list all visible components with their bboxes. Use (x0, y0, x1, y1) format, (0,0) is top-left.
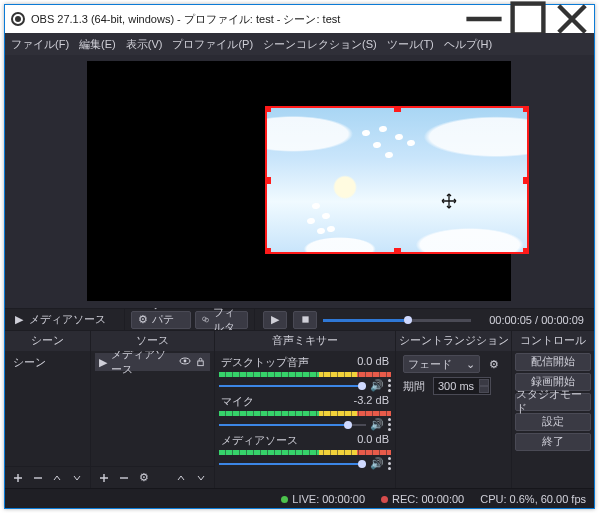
mixer-body: デスクトップ音声0.0 dB 🔊 マイク-3.2 dB 🔊 (215, 351, 395, 488)
scene-up-button[interactable] (48, 469, 68, 487)
menu-tools[interactable]: ツール(T) (387, 37, 434, 52)
start-streaming-button[interactable]: 配信開始 (515, 353, 591, 371)
mixer-channel: マイク-3.2 dB 🔊 (219, 394, 391, 431)
resize-handle-w[interactable] (265, 177, 271, 184)
resize-handle-nw[interactable] (265, 106, 271, 112)
menu-scenecollection[interactable]: シーンコレクション(S) (263, 37, 377, 52)
mixer-channel: メディアソース0.0 dB 🔊 (219, 433, 391, 470)
time-total: 00:00:09 (541, 314, 584, 326)
media-play-button[interactable]: ▶ (263, 311, 287, 329)
resize-handle-se[interactable] (523, 248, 529, 254)
studio-mode-button[interactable]: スタジオモード (515, 393, 591, 411)
controls-panel: コントロール 配信開始 録画開始 スタジオモード 設定 終了 (512, 331, 594, 488)
status-cpu: CPU: 0.6%, 60.00 fps (480, 493, 586, 505)
close-button[interactable] (550, 5, 594, 33)
menu-view[interactable]: 表示(V) (126, 37, 163, 52)
source-item[interactable]: ▶ メディアソース (95, 353, 210, 371)
media-time: 00:00:05 / 00:00:09 (479, 314, 594, 326)
menu-edit[interactable]: 編集(E) (79, 37, 116, 52)
resize-handle-e[interactable] (523, 177, 529, 184)
channel-menu-button[interactable] (388, 418, 391, 431)
play-icon: ▶ (15, 313, 23, 326)
channel-menu-button[interactable] (388, 379, 391, 392)
channel-name: マイク (221, 394, 254, 409)
menu-file[interactable]: ファイル(F) (11, 37, 69, 52)
sources-toolbar: ⚙ (91, 466, 214, 488)
channel-menu-button[interactable] (388, 457, 391, 470)
window-title: OBS 27.1.3 (64-bit, windows) - プロファイル: t… (31, 12, 462, 27)
volume-slider[interactable] (219, 460, 366, 468)
transition-header: シーントランジション (396, 331, 511, 351)
source-settings-button[interactable]: ⚙ (134, 469, 154, 487)
menu-profile[interactable]: プロファイル(P) (172, 37, 253, 52)
gear-icon: ⚙ (138, 313, 148, 326)
selected-source[interactable] (265, 106, 529, 254)
duration-stepper[interactable] (479, 379, 489, 393)
add-scene-button[interactable] (8, 469, 28, 487)
mixer-panel: 音声ミキサー デスクトップ音声0.0 dB 🔊 マイク-3.2 dB (215, 331, 396, 488)
mixer-channel: デスクトップ音声0.0 dB 🔊 (219, 355, 391, 392)
resize-handle-ne[interactable] (523, 106, 529, 112)
play-icon: ▶ (271, 313, 279, 326)
sources-panel: ソース ▶ メディアソース ⚙ (91, 331, 215, 488)
transition-select[interactable]: フェード ⌄ (403, 355, 480, 373)
svg-point-2 (205, 318, 209, 322)
scene-item-label: シーン (13, 355, 46, 370)
status-live: LIVE: 00:00:00 (281, 493, 365, 505)
media-stop-button[interactable] (293, 311, 317, 329)
menu-help[interactable]: ヘルプ(H) (444, 37, 492, 52)
scene-down-button[interactable] (67, 469, 87, 487)
speaker-icon[interactable]: 🔊 (370, 457, 384, 470)
volume-slider[interactable] (219, 382, 366, 390)
duration-value: 300 ms (438, 380, 474, 392)
exit-button[interactable]: 終了 (515, 433, 591, 451)
source-item-label: メディアソース (111, 351, 175, 377)
scenes-panel: シーン シーン (5, 331, 91, 488)
source-down-button[interactable] (191, 469, 211, 487)
remove-scene-button[interactable] (28, 469, 48, 487)
channel-name: デスクトップ音声 (221, 355, 309, 370)
speaker-icon[interactable]: 🔊 (370, 418, 384, 431)
level-meter (219, 450, 391, 455)
duration-label: 期間 (403, 379, 429, 394)
add-source-button[interactable] (94, 469, 114, 487)
svg-rect-0 (513, 4, 544, 35)
play-icon: ▶ (99, 356, 107, 369)
speaker-icon[interactable]: 🔊 (370, 379, 384, 392)
svg-point-1 (202, 317, 206, 321)
maximize-button[interactable] (506, 5, 550, 33)
resize-handle-s[interactable] (394, 248, 401, 254)
source-up-button[interactable] (171, 469, 191, 487)
channel-db: 0.0 dB (357, 355, 389, 370)
media-caption: メディアソース (29, 312, 106, 327)
channel-name: メディアソース (221, 433, 298, 448)
scene-item[interactable]: シーン (9, 353, 86, 371)
scenes-toolbar (5, 466, 90, 488)
transition-type: フェード (408, 357, 452, 372)
properties-button[interactable]: ⚙ プロパティ (131, 311, 191, 329)
svg-rect-6 (198, 361, 204, 366)
chevron-down-icon: ⌄ (466, 358, 475, 371)
duration-input[interactable]: 300 ms (433, 377, 491, 395)
svg-rect-3 (302, 316, 308, 322)
lock-icon[interactable] (195, 356, 206, 369)
resize-handle-sw[interactable] (265, 248, 271, 254)
media-seek[interactable] (323, 315, 471, 325)
sources-header: ソース (91, 331, 214, 351)
eye-icon[interactable] (179, 355, 191, 369)
volume-slider[interactable] (219, 421, 366, 429)
preview-area (5, 55, 594, 308)
filters-button[interactable]: フィルタ (195, 311, 248, 329)
filter-icon (202, 314, 209, 325)
mixer-header: 音声ミキサー (215, 331, 395, 351)
transition-settings-button[interactable]: ⚙ (484, 355, 504, 373)
transition-panel: シーントランジション フェード ⌄ ⚙ 期間 300 ms (396, 331, 512, 488)
remove-source-button[interactable] (114, 469, 134, 487)
minimize-button[interactable] (462, 5, 506, 33)
menu-bar: ファイル(F) 編集(E) 表示(V) プロファイル(P) シーンコレクション(… (5, 33, 594, 55)
titlebar: OBS 27.1.3 (64-bit, windows) - プロファイル: t… (5, 5, 594, 33)
obs-logo-icon (11, 12, 25, 26)
scenes-header: シーン (5, 331, 90, 351)
resize-handle-n[interactable] (394, 106, 401, 112)
level-meter (219, 372, 391, 377)
